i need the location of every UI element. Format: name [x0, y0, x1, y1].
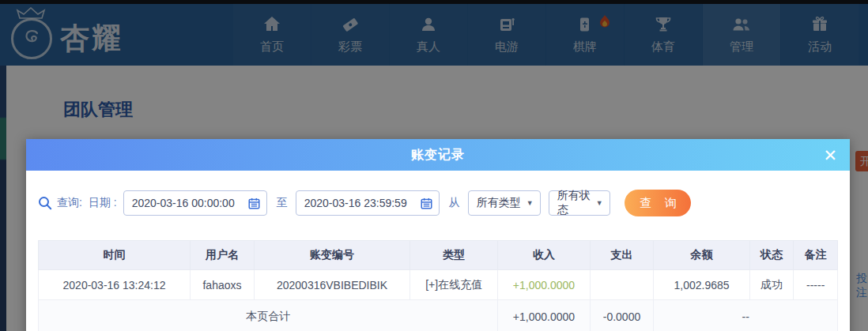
screen: 杏耀 首页 彩票 真人 电游 棋牌: [0, 0, 868, 331]
chevron-down-icon: ▼: [526, 199, 534, 207]
table-total-row: 本页合计 +1,000.0000 -0.0000 --: [39, 300, 838, 331]
table-row: 2020-03-16 13:24:12 fahaoxs 20200316VBIB…: [39, 270, 838, 300]
date-from-value: 2020-03-16 00:00:00: [132, 197, 235, 209]
records-table: 时间 用户名 账变编号 类型 收入 支出 余额 状态 备注 2020-03-16…: [38, 240, 838, 331]
search-row: 查询: 日期 : 2020-03-16 00:00:00 至 2020-03-1…: [38, 190, 838, 216]
col-header-income: 收入: [498, 241, 590, 270]
table-header-row: 时间 用户名 账变编号 类型 收入 支出 余额 状态 备注: [39, 241, 838, 270]
col-header-status: 状态: [749, 241, 794, 270]
cell-expense: [590, 270, 654, 300]
close-icon[interactable]: ✕: [823, 139, 837, 171]
type-select-value: 所有类型: [477, 196, 521, 210]
col-header-type: 类型: [410, 241, 498, 270]
chevron-down-icon: ▼: [596, 199, 603, 207]
calendar-icon[interactable]: [421, 197, 432, 209]
cell-type: [+]在线充值: [410, 270, 498, 300]
col-header-change-no: 账变编号: [254, 241, 409, 270]
col-header-balance: 余额: [654, 241, 749, 270]
total-rest: --: [654, 300, 838, 331]
cell-income: +1,000.0000: [498, 270, 590, 300]
modal-title: 账变记录: [411, 147, 465, 164]
date-to-value: 2020-03-16 23:59:59: [304, 197, 407, 209]
total-label: 本页合计: [39, 300, 498, 331]
date-label: 日期 :: [89, 196, 117, 210]
status-select[interactable]: 所有状态 ▼: [549, 190, 610, 216]
modal-body: 查询: 日期 : 2020-03-16 00:00:00 至 2020-03-1…: [26, 171, 850, 331]
calendar-icon[interactable]: [248, 197, 260, 209]
search-button[interactable]: 查 询: [625, 190, 691, 216]
date-from-input[interactable]: 2020-03-16 00:00:00: [123, 190, 267, 216]
total-expense: -0.0000: [590, 300, 654, 331]
col-header-remark: 备注: [794, 241, 838, 270]
cell-time: 2020-03-16 13:24:12: [39, 270, 191, 300]
cell-status: 成功: [749, 270, 794, 300]
status-select-value: 所有状态: [557, 189, 593, 217]
type-select[interactable]: 所有类型 ▼: [468, 190, 541, 216]
modal-header: 账变记录 ✕: [26, 139, 850, 171]
query-label: 查询:: [57, 196, 82, 210]
to-label: 至: [277, 196, 288, 210]
cell-change-no: 20200316VBIBEDIBIK: [254, 270, 409, 300]
date-to-input[interactable]: 2020-03-16 23:59:59: [296, 190, 440, 216]
account-change-modal: 账变记录 ✕ 查询: 日期 : 2020-03-16 00:00:00 至: [26, 139, 850, 331]
col-header-time: 时间: [39, 241, 191, 270]
cell-balance: 1,002.9685: [654, 270, 749, 300]
search-icon: [38, 196, 52, 210]
cell-remark: -----: [794, 270, 838, 300]
from-label: 从: [449, 196, 460, 210]
cell-username: fahaoxs: [191, 270, 255, 300]
total-income: +1,000.0000: [498, 300, 590, 331]
col-header-username: 用户名: [191, 241, 255, 270]
col-header-expense: 支出: [590, 241, 654, 270]
